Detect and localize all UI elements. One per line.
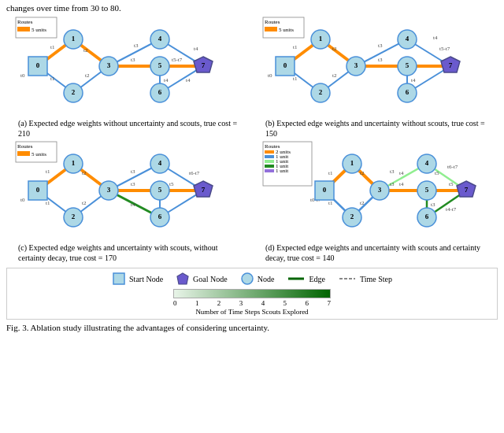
svg-text:t1: t1 (50, 76, 55, 82)
svg-text:t5: t5 (169, 181, 174, 187)
svg-rect-43 (265, 27, 277, 31)
svg-text:2: 2 (72, 213, 76, 220)
svg-text:t3: t3 (131, 181, 135, 187)
svg-text:1: 1 (350, 159, 354, 167)
svg-text:t3: t3 (131, 168, 135, 175)
svg-text:t3: t3 (378, 57, 383, 63)
diagram-c: Routes 5 units t1 t1 (6, 140, 250, 263)
svg-text:0: 0 (36, 186, 40, 194)
svg-text:6: 6 (425, 213, 429, 220)
svg-text:t3: t3 (134, 43, 139, 49)
svg-text:4: 4 (158, 35, 162, 43)
svg-text:t4: t4 (399, 170, 404, 176)
svg-text:5: 5 (158, 186, 162, 194)
fig-caption: Fig. 3. Ablation study illustrating the … (6, 323, 498, 332)
svg-text:6: 6 (158, 88, 162, 96)
diagram-a-svg: Routes 5 units t1 t1 (14, 16, 243, 117)
svg-text:4: 4 (425, 159, 429, 167)
svg-text:0: 0 (36, 61, 40, 69)
svg-text:1: 1 (72, 159, 76, 167)
svg-text:7: 7 (202, 186, 206, 194)
svg-marker-175 (177, 273, 188, 284)
svg-text:5: 5 (158, 61, 162, 69)
svg-text:t2: t2 (82, 200, 87, 206)
colorbar-ticks: 0 1 2 3 4 5 6 7 (173, 299, 331, 307)
goal-node-icon (176, 272, 190, 286)
svg-text:t3: t3 (378, 43, 383, 49)
svg-rect-174 (113, 273, 124, 284)
start-node-icon (112, 272, 126, 286)
caption-d: (d) Expected edge weights and uncertaint… (265, 242, 486, 263)
svg-text:t2: t2 (360, 200, 365, 206)
svg-text:t4: t4 (164, 77, 169, 83)
svg-text:1 unit: 1 unit (276, 168, 288, 174)
svg-text:5 units: 5 units (279, 27, 294, 33)
svg-text:t1: t1 (46, 168, 50, 175)
legend-goal-node-label: Goal Node (193, 275, 228, 283)
legend-container: Start Node Goal Node Node (6, 268, 498, 320)
diagram-b: Routes 5 units t1 t1 t2 t2 (254, 16, 498, 139)
svg-text:3: 3 (378, 186, 382, 194)
svg-text:t1: t1 (293, 76, 298, 82)
svg-text:t1: t1 (328, 200, 333, 206)
legend-start-node-label: Start Node (129, 275, 163, 283)
legend-node-label: Node (258, 275, 275, 283)
diagram-b-svg: Routes 5 units t1 t1 t2 t2 (261, 16, 490, 117)
svg-text:5: 5 (425, 186, 429, 194)
svg-text:3: 3 (354, 61, 358, 69)
svg-text:t4: t4 (433, 35, 438, 41)
diagram-d: Routes 2 units 1 unit 1 unit 1 unit 1 un… (254, 140, 498, 263)
svg-text:7: 7 (202, 61, 206, 69)
svg-text:t3: t3 (390, 168, 395, 175)
svg-text:7: 7 (465, 186, 469, 194)
svg-text:t3: t3 (131, 57, 135, 63)
svg-text:Routes: Routes (17, 143, 33, 150)
svg-text:4: 4 (158, 159, 162, 167)
legend-edge: Edge (287, 272, 325, 286)
svg-text:t1: t1 (328, 170, 333, 176)
svg-text:6: 6 (158, 213, 162, 220)
svg-text:t2: t2 (332, 46, 337, 52)
svg-text:1: 1 (72, 35, 76, 43)
svg-text:t1: t1 (46, 200, 50, 206)
svg-rect-126 (265, 155, 274, 158)
diagrams-grid: Routes 5 units t1 t1 (6, 16, 498, 263)
legend-start-node: Start Node (112, 272, 163, 286)
svg-text:2: 2 (72, 88, 76, 96)
svg-text:t0: t0 (20, 197, 25, 203)
svg-text:t5-t7: t5-t7 (172, 57, 183, 63)
svg-rect-128 (265, 160, 274, 163)
svg-text:3: 3 (107, 61, 111, 69)
svg-text:t5: t5 (435, 170, 439, 176)
svg-text:6: 6 (406, 88, 410, 96)
svg-text:t2: t2 (85, 72, 90, 79)
svg-text:1: 1 (319, 35, 323, 43)
svg-text:t2: t2 (83, 47, 88, 54)
legend-timestep: Time Step (338, 272, 392, 286)
legend-node: Node (240, 272, 275, 286)
edge-icon (287, 272, 306, 286)
svg-text:5: 5 (406, 61, 410, 69)
svg-text:5 units: 5 units (32, 151, 46, 157)
caption-b: (b) Expected edge weights and uncertaint… (265, 118, 486, 139)
legend-timestep-label: Time Step (360, 275, 392, 283)
svg-text:0: 0 (323, 186, 327, 194)
svg-text:t5: t5 (449, 181, 454, 187)
svg-text:t1: t1 (293, 44, 298, 50)
diagram-d-svg: Routes 2 units 1 unit 1 unit 1 unit 1 un… (261, 140, 490, 241)
svg-text:t3: t3 (431, 202, 435, 208)
page-container: changes over time from 30 to 80. Routes … (0, 0, 504, 433)
svg-text:t0: t0 (20, 72, 25, 79)
svg-rect-124 (265, 150, 274, 154)
svg-rect-83 (17, 151, 30, 156)
legend-goal-node: Goal Node (176, 272, 228, 286)
svg-text:0: 0 (284, 61, 287, 69)
svg-rect-2 (17, 27, 30, 31)
svg-text:3: 3 (107, 186, 111, 194)
svg-text:t2: t2 (360, 170, 365, 176)
svg-text:t4: t4 (131, 202, 135, 208)
caption-c: (c) Expected edge weights and uncertaint… (18, 242, 239, 263)
svg-text:t2: t2 (332, 72, 337, 79)
svg-text:Routes: Routes (265, 19, 280, 25)
svg-rect-130 (265, 165, 274, 168)
